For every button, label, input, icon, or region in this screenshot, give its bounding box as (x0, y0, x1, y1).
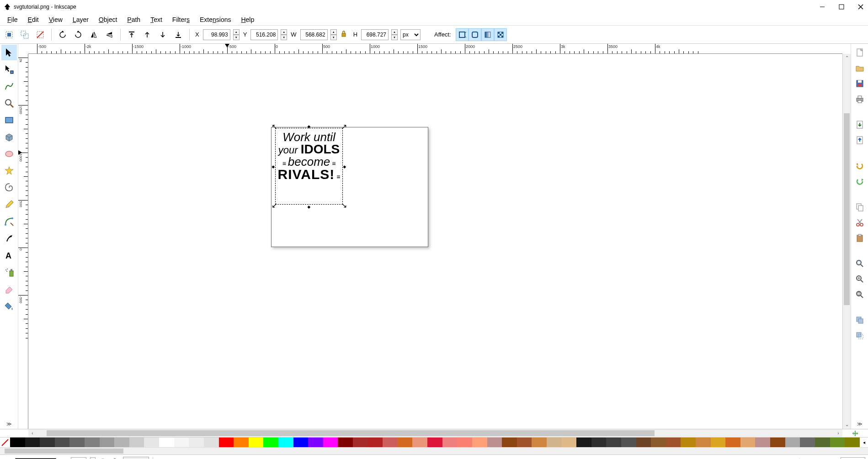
new-document-icon[interactable] (854, 47, 866, 58)
color-swatch[interactable] (263, 438, 278, 447)
color-swatch[interactable] (696, 438, 711, 447)
lock-aspect-icon[interactable] (340, 30, 350, 40)
no-color-swatch[interactable] (0, 438, 10, 447)
vscroll-thumb[interactable] (844, 113, 850, 305)
color-swatch[interactable] (338, 438, 353, 447)
menu-text[interactable]: Text (146, 15, 167, 25)
bezier-tool[interactable] (1, 214, 17, 229)
color-swatch[interactable] (144, 438, 159, 447)
color-swatch[interactable] (785, 438, 800, 447)
color-swatch[interactable] (383, 438, 398, 447)
color-swatch[interactable] (323, 438, 338, 447)
color-swatch[interactable] (845, 438, 860, 447)
color-swatch[interactable] (532, 438, 547, 447)
undo-icon[interactable] (854, 160, 866, 172)
affect-corners-button[interactable] (469, 28, 481, 41)
unit-select[interactable]: px (400, 29, 421, 40)
quick-zoom-icon[interactable] (852, 430, 859, 437)
handle-n[interactable]: ⬥ (306, 123, 312, 129)
color-swatch[interactable] (562, 438, 577, 447)
lower-bottom-button[interactable] (172, 28, 185, 41)
color-swatch[interactable] (681, 438, 696, 447)
cut-icon[interactable] (854, 216, 866, 228)
menu-edit[interactable]: Edit (23, 15, 43, 25)
color-swatch[interactable] (457, 438, 472, 447)
color-swatch[interactable] (487, 438, 502, 447)
color-swatch[interactable] (10, 438, 25, 447)
color-swatch[interactable] (606, 438, 621, 447)
rotate-ccw-button[interactable] (56, 28, 69, 41)
color-swatch[interactable] (815, 438, 830, 447)
color-swatch[interactable] (85, 438, 100, 447)
color-swatch[interactable] (800, 438, 815, 447)
handle-ne[interactable]: ↗ (341, 124, 347, 130)
color-swatch[interactable] (442, 438, 458, 447)
paste-icon[interactable] (854, 232, 866, 244)
color-swatch[interactable] (69, 438, 85, 447)
color-swatch[interactable] (368, 438, 383, 447)
color-swatch[interactable] (427, 438, 442, 447)
import-icon[interactable] (854, 119, 866, 131)
w-spinner[interactable]: ▲▼ (330, 29, 337, 40)
affect-pattern-button[interactable] (494, 28, 507, 41)
scroll-right[interactable]: › (834, 429, 842, 438)
color-swatch[interactable] (189, 438, 204, 447)
color-swatch[interactable] (219, 438, 234, 447)
color-swatch[interactable] (278, 438, 293, 447)
zoom-drawing-icon[interactable] (854, 273, 866, 285)
zoom-selection-icon[interactable] (854, 258, 866, 269)
deselect-button[interactable] (34, 28, 47, 41)
select-all-button[interactable] (3, 28, 16, 41)
palette-scroll-thumb[interactable] (5, 448, 123, 454)
color-swatch[interactable] (40, 438, 55, 447)
zoom-page-icon[interactable] (854, 289, 866, 301)
calligraphy-tool[interactable] (1, 231, 17, 246)
layer-visibility-icon[interactable] (99, 457, 107, 459)
fill-tool[interactable] (1, 298, 17, 314)
layer-lock-icon[interactable] (111, 457, 119, 459)
eraser-tool[interactable] (1, 281, 17, 297)
horizontal-ruler[interactable]: -500-2k-1500-1000-5000500100015002000250… (28, 44, 842, 54)
horizontal-scrollbar[interactable]: ‹ › (28, 429, 842, 437)
ellipse-tool[interactable] (1, 146, 17, 162)
h-input[interactable] (361, 29, 389, 40)
selection-box[interactable]: Work until your IDOLS ≡ become ≡ RIVALS!… (275, 128, 343, 205)
color-swatch[interactable] (830, 438, 845, 447)
h-spinner[interactable]: ▲▼ (391, 29, 398, 40)
affect-stroke-button[interactable] (456, 28, 469, 41)
affect-gradient-button[interactable] (481, 28, 494, 41)
color-swatch[interactable] (114, 438, 129, 447)
color-swatch[interactable] (547, 438, 562, 447)
handle-se[interactable]: ↘ (341, 202, 347, 209)
y-spinner[interactable]: ▲▼ (281, 29, 287, 40)
handle-sw[interactable]: ↙ (271, 202, 277, 209)
palette-scrollbar[interactable] (0, 447, 868, 454)
duplicate-icon[interactable] (854, 314, 866, 326)
color-swatch[interactable] (204, 438, 219, 447)
x-input[interactable] (203, 29, 230, 40)
save-document-icon[interactable] (854, 78, 866, 90)
minimize-button[interactable] (819, 3, 826, 11)
hscroll-thumb[interactable] (47, 430, 655, 436)
cmdbar-expand[interactable]: ≫ (855, 419, 864, 429)
color-swatch[interactable] (591, 438, 607, 447)
color-swatch[interactable] (129, 438, 144, 447)
flip-horizontal-button[interactable] (87, 28, 100, 41)
color-swatch[interactable] (234, 438, 249, 447)
color-swatch[interactable] (621, 438, 636, 447)
clone-icon[interactable] (854, 330, 866, 342)
layer-select[interactable]: (root) (123, 457, 149, 459)
close-button[interactable] (857, 3, 864, 11)
flip-vertical-button[interactable] (103, 28, 116, 41)
color-swatch[interactable] (651, 438, 666, 447)
y-input[interactable] (250, 29, 278, 40)
color-swatch[interactable] (725, 438, 740, 447)
color-swatch[interactable] (502, 438, 517, 447)
rotate-cw-button[interactable] (72, 28, 85, 41)
select-all-layers-button[interactable] (18, 28, 31, 41)
color-swatch[interactable] (100, 438, 115, 447)
selector-tool[interactable] (1, 45, 17, 60)
redo-icon[interactable] (854, 175, 866, 187)
menu-path[interactable]: Path (122, 15, 145, 25)
handle-e[interactable]: ⬥ (341, 163, 348, 169)
